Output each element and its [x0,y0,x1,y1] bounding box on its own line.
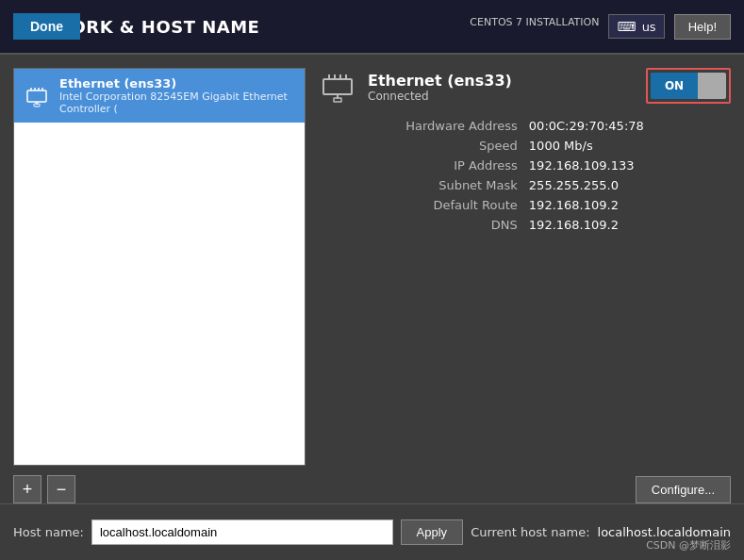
detail-label: DNS [319,218,518,232]
installation-label: CENTOS 7 INSTALLATION [470,16,599,28]
device-ethernet-icon [319,68,356,106]
svg-rect-6 [34,104,40,107]
configure-button[interactable]: Configure... [636,476,731,503]
bottom-bar: Host name: Apply Current host name: loca… [0,503,744,560]
detail-label: IP Address [319,158,518,173]
right-panel: Ethernet (ens33) Connected ON Hardware A… [319,68,731,503]
device-info: Ethernet (ens33) Connected [319,68,512,106]
hostname-label: Host name: [13,525,84,539]
detail-value: 192.168.109.133 [529,158,731,173]
toggle-container: ON [646,68,731,104]
language-selector[interactable]: ⌨ us [608,14,664,39]
right-footer: Configure... [319,476,731,503]
apply-button[interactable]: Apply [401,519,464,545]
svg-rect-7 [323,79,352,94]
detail-value: 255.255.255.0 [529,178,731,192]
detail-value: 192.168.109.2 [529,198,731,212]
device-name-group: Ethernet (ens33) Connected [368,72,512,103]
detail-value: 192.168.109.2 [529,218,731,232]
detail-label: Default Route [319,198,518,212]
detail-value: 00:0C:29:70:45:78 [529,119,731,133]
right-header: Ethernet (ens33) Connected ON [319,68,731,106]
current-hostname-label: Current host name: [471,525,589,539]
header-right: CENTOS 7 INSTALLATION ⌨ us Help! Done [470,14,731,40]
detail-label: Hardware Address [319,119,518,133]
main-wrapper: Ethernet (ens33) Intel Corporation 82545… [0,55,744,560]
watermark: CSDN @梦断泪影 [646,538,731,552]
network-list: Ethernet (ens33) Intel Corporation 82545… [13,68,306,466]
hostname-input[interactable] [91,519,393,545]
toggle-off-area [698,73,726,99]
language-value: us [642,20,656,34]
svg-rect-13 [334,98,341,102]
add-network-button[interactable]: + [13,475,41,503]
current-hostname-value: localhost.localdomain [598,525,731,539]
detail-label: Speed [319,139,518,153]
content-area: Ethernet (ens33) Intel Corporation 82545… [0,55,744,503]
svg-rect-0 [27,91,46,102]
network-item-desc: Intel Corporation 82545EM Gigabit Ethern… [59,91,295,115]
list-controls: + − [13,475,306,503]
toggle-on-label: ON [651,73,698,99]
device-status: Connected [368,90,512,103]
left-panel: Ethernet (ens33) Intel Corporation 82545… [13,68,306,503]
details-grid: Hardware Address00:0C:29:70:45:78Speed10… [319,119,731,232]
keyboard-icon: ⌨ [617,19,636,34]
remove-network-button[interactable]: − [47,475,75,503]
header: NETWORK & HOST NAME CENTOS 7 INSTALLATIO… [0,0,744,55]
detail-value: 1000 Mb/s [529,139,731,153]
help-button[interactable]: Help! [674,14,731,40]
ethernet-toggle[interactable]: ON [651,73,726,99]
network-item[interactable]: Ethernet (ens33) Intel Corporation 82545… [14,69,305,123]
network-item-info: Ethernet (ens33) Intel Corporation 82545… [59,76,295,115]
ethernet-icon [24,83,50,109]
network-item-name: Ethernet (ens33) [59,76,295,91]
done-button[interactable]: Done [13,13,80,40]
detail-label: Subnet Mask [319,178,518,192]
device-name: Ethernet (ens33) [368,72,512,90]
